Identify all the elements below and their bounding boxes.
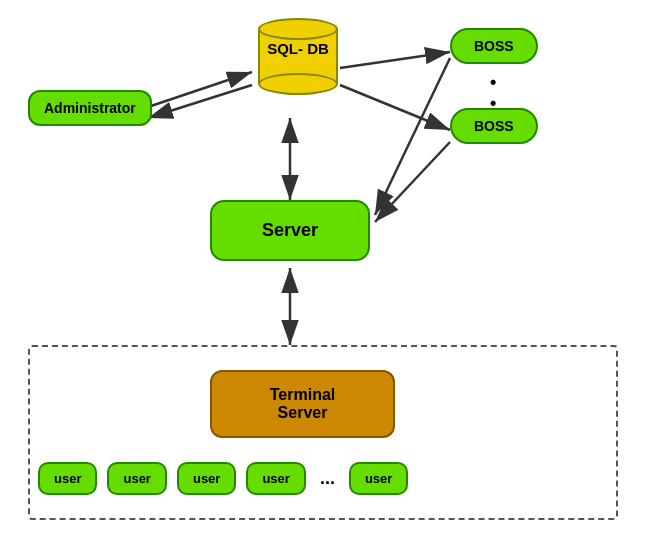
- svg-line-8: [340, 85, 450, 130]
- user-box-2: user: [107, 462, 166, 495]
- user-box-4: user: [246, 462, 305, 495]
- boss1-box: BOSS: [450, 28, 538, 64]
- server-label: Server: [262, 220, 318, 240]
- terminal-server-box: TerminalServer: [210, 370, 395, 438]
- user-label-2: user: [123, 471, 150, 486]
- cylinder-bottom: [258, 73, 338, 95]
- svg-line-7: [340, 52, 450, 68]
- svg-line-6: [148, 85, 252, 118]
- server-box: Server: [210, 200, 370, 261]
- diagram-container: SQL- DB Administrator BOSS ••• BOSS Serv…: [0, 0, 650, 546]
- user-box-1: user: [38, 462, 97, 495]
- svg-line-9: [375, 142, 450, 222]
- sql-db-label: SQL- DB: [267, 40, 329, 57]
- user-label-3: user: [193, 471, 220, 486]
- boss1-label: BOSS: [474, 38, 514, 54]
- user-label-5: user: [365, 471, 392, 486]
- horizontal-dots: ...: [316, 468, 339, 489]
- administrator-label: Administrator: [44, 100, 136, 116]
- boss2-box: BOSS: [450, 108, 538, 144]
- user-label-4: user: [262, 471, 289, 486]
- user-label-1: user: [54, 471, 81, 486]
- cylinder-top: [258, 18, 338, 40]
- user-box-3: user: [177, 462, 236, 495]
- terminal-server-label: TerminalServer: [270, 386, 336, 421]
- svg-line-10: [375, 58, 450, 215]
- svg-line-5: [148, 72, 252, 107]
- sql-db-cylinder: SQL- DB: [248, 18, 348, 95]
- administrator-box: Administrator: [28, 90, 152, 126]
- user-box-5: user: [349, 462, 408, 495]
- users-row: user user user user ... user: [38, 462, 408, 495]
- boss2-label: BOSS: [474, 118, 514, 134]
